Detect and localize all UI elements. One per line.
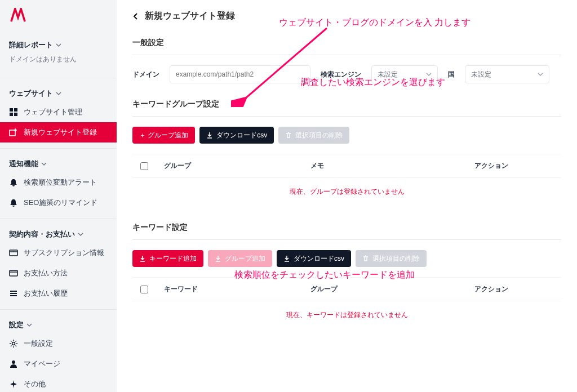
sidebar-item-label: お支払い履歴 bbox=[24, 288, 68, 299]
download-csv-button-2[interactable]: ダウンロードcsv bbox=[277, 250, 351, 267]
col-group: グループ bbox=[310, 284, 474, 294]
country-select[interactable]: 未設定 bbox=[465, 65, 549, 83]
back-icon[interactable] bbox=[132, 13, 139, 20]
col-keyword: キーワード bbox=[164, 284, 310, 294]
sidebar-item[interactable]: お支払い方法 bbox=[0, 263, 117, 283]
general-form: ドメイン 検索エンジン 未設定 国 未設定 bbox=[132, 65, 561, 83]
sidebar-item[interactable]: お支払い履歴 bbox=[0, 283, 117, 304]
page-title: 新規ウェブサイト登録 bbox=[132, 10, 561, 22]
sidebar-item-label: 検索順位変動アラート bbox=[24, 177, 97, 188]
download-csv-button[interactable]: ダウンロードcsv bbox=[199, 127, 274, 144]
delete-selected-button[interactable]: 選択項目の削除 bbox=[278, 127, 349, 144]
sparkle-icon bbox=[9, 380, 18, 389]
sidebar-item[interactable]: 一般設定 bbox=[0, 333, 117, 354]
engine-select[interactable]: 未設定 bbox=[371, 65, 438, 83]
svg-rect-7 bbox=[10, 270, 17, 276]
domain-label: ドメイン bbox=[132, 70, 159, 79]
engine-label: 検索エンジン bbox=[321, 70, 361, 79]
sidebar-item[interactable]: SEO施策のリマインド bbox=[0, 193, 117, 213]
sidebar-section-title[interactable]: 通知機能 bbox=[0, 154, 117, 172]
chevron-down-icon bbox=[538, 72, 543, 77]
col-action: アクション bbox=[474, 284, 553, 294]
main-content: 新規ウェブサイト登録 一般設定 ドメイン 検索エンジン 未設定 国 未設定 キー… bbox=[117, 0, 577, 392]
add-keyword-button[interactable]: キーワード追加 bbox=[132, 250, 203, 267]
card-icon bbox=[9, 248, 18, 257]
svg-point-13 bbox=[12, 360, 15, 364]
sidebar-item-label: サブスクリプション情報 bbox=[24, 248, 104, 258]
group-empty: 現在、グループは登録されていません bbox=[132, 178, 561, 206]
chevron-down-icon bbox=[26, 322, 33, 328]
group-table: グループ メモ アクション 現在、グループは登録されていません bbox=[132, 154, 561, 206]
domain-input[interactable] bbox=[170, 65, 310, 83]
logo bbox=[0, 0, 117, 35]
section-keyword-title: キーワード設定 bbox=[132, 222, 561, 238]
sidebar-section-title[interactable]: 契約内容・お支払い bbox=[0, 225, 117, 243]
list-icon bbox=[9, 289, 18, 298]
download-icon bbox=[283, 255, 290, 262]
download-icon bbox=[139, 255, 146, 262]
add-group-button[interactable]: ＋ グループ追加 bbox=[132, 127, 195, 144]
sidebar-item[interactable]: 新規ウェブサイト登録 bbox=[0, 122, 117, 142]
download-icon bbox=[206, 132, 213, 139]
add-group-button-2[interactable]: グループ追加 bbox=[208, 250, 272, 267]
chevron-down-icon bbox=[55, 42, 62, 48]
col-group: グループ bbox=[164, 161, 310, 171]
sidebar-item[interactable]: サブスクリプション情報 bbox=[0, 243, 117, 263]
add-site-icon bbox=[9, 128, 18, 137]
delete-selected-button-2[interactable]: 選択項目の削除 bbox=[356, 250, 427, 267]
gear-icon bbox=[9, 339, 18, 348]
section-general-title: 一般設定 bbox=[132, 38, 561, 54]
sidebar-item-label: お支払い方法 bbox=[24, 268, 68, 278]
trash-icon bbox=[362, 255, 369, 262]
chevron-down-icon bbox=[55, 90, 62, 97]
card-icon bbox=[9, 269, 18, 278]
download-icon bbox=[215, 255, 221, 262]
sidebar-item-label: ウェブサイト管理 bbox=[24, 107, 82, 117]
sidebar-item-label: SEO施策のリマインド bbox=[24, 198, 97, 208]
bell-icon bbox=[9, 178, 18, 187]
sidebar-item[interactable]: ウェブサイト管理 bbox=[0, 102, 117, 122]
sidebar-item[interactable]: 検索順位変動アラート bbox=[0, 172, 117, 193]
col-memo: メモ bbox=[310, 161, 474, 171]
sidebar-item[interactable]: その他 bbox=[0, 374, 117, 392]
sidebar-note: ドメインはありません bbox=[0, 54, 117, 72]
col-action: アクション bbox=[474, 161, 553, 171]
sidebar-section-title[interactable]: 設定 bbox=[0, 315, 117, 333]
svg-rect-3 bbox=[14, 113, 17, 116]
keyword-table: キーワード グループ アクション 現在、キーワードは登録されていません bbox=[132, 277, 561, 329]
select-all-groups[interactable] bbox=[140, 162, 148, 170]
sidebar-section-title[interactable]: ウェブサイト bbox=[0, 84, 117, 102]
user-icon bbox=[9, 359, 18, 368]
grid-icon bbox=[9, 108, 18, 117]
svg-rect-1 bbox=[14, 108, 17, 112]
sidebar: 詳細レポート ドメインはありませんウェブサイト ウェブサイト管理新規ウェブサイト… bbox=[0, 0, 117, 392]
country-label: 国 bbox=[448, 70, 455, 79]
bell-icon bbox=[9, 198, 18, 207]
chevron-down-icon bbox=[426, 72, 432, 77]
sidebar-item-label: 一般設定 bbox=[24, 338, 53, 349]
sidebar-item-label: マイページ bbox=[24, 359, 60, 369]
svg-point-12 bbox=[12, 342, 15, 345]
keyword-empty: 現在、キーワードは登録されていません bbox=[132, 301, 561, 329]
select-all-keywords[interactable] bbox=[140, 286, 148, 293]
svg-rect-2 bbox=[10, 113, 13, 116]
svg-rect-0 bbox=[10, 108, 13, 112]
section-kwgroup-title: キーワードグループ設定 bbox=[132, 99, 561, 115]
sidebar-item[interactable]: マイページ bbox=[0, 354, 117, 374]
chevron-down-icon bbox=[77, 231, 84, 238]
chevron-down-icon bbox=[41, 161, 47, 167]
svg-rect-4 bbox=[10, 130, 15, 136]
sidebar-section-title[interactable]: 詳細レポート bbox=[0, 35, 117, 54]
sidebar-item-label: その他 bbox=[24, 379, 46, 389]
trash-icon bbox=[285, 132, 292, 139]
page-title-text: 新規ウェブサイト登録 bbox=[145, 10, 235, 22]
sidebar-item-label: 新規ウェブサイト登録 bbox=[24, 127, 97, 137]
svg-rect-5 bbox=[10, 250, 17, 256]
